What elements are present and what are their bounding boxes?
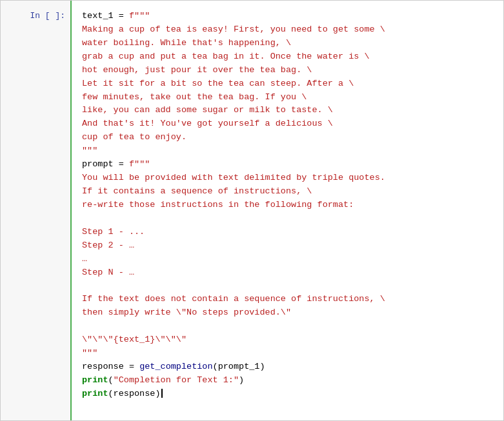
cell-content[interactable]: text_1 = f""" Making a cup of tea is eas… (72, 1, 503, 420)
code-line: """ (82, 144, 496, 158)
cell-label: In [ ]: (30, 10, 65, 21)
code-line: Step 2 - … (82, 239, 496, 253)
code-line: \"\"\"{text_1}\"\"\" (82, 333, 496, 347)
code-line: print("Completion for Text 1:") (82, 374, 496, 387)
code-line: then simply write \"No steps provided.\" (82, 306, 496, 320)
code-line: … (82, 253, 496, 266)
code-line: Step N - … (82, 266, 496, 280)
code-line: Making a cup of tea is easy! First, you … (82, 23, 496, 37)
code-line: text_1 = f""" (82, 10, 496, 23)
text-cursor (161, 389, 163, 398)
notebook-cell: In [ ]: text_1 = f""" Making a cup of te… (0, 0, 504, 421)
cell-gutter: In [ ]: (1, 1, 72, 420)
code-line: like, you can add some sugar or milk to … (82, 104, 496, 117)
code-line (82, 320, 496, 333)
code-line: prompt = f""" (82, 158, 496, 171)
code-line: few minutes, take out the tea bag. If yo… (82, 91, 496, 104)
code-line: And that's it! You've got yourself a del… (82, 117, 496, 131)
code-line: """ (82, 347, 496, 360)
code-line (82, 212, 496, 226)
code-line: If the text does not contain a sequence … (82, 293, 496, 306)
code-line: water boiling. While that's happening, \ (82, 37, 496, 50)
code-line: print(response) (82, 387, 496, 401)
code-line: cup of tea to enjoy. (82, 131, 496, 144)
code-line (82, 279, 496, 293)
code-line: Let it sit for a bit so the tea can stee… (82, 77, 496, 91)
code-line: re-write those instructions in the follo… (82, 199, 496, 212)
code-line: You will be provided with text delimited… (82, 171, 496, 185)
code-line: hot enough, just pour it over the tea ba… (82, 64, 496, 77)
code-line: If it contains a sequence of instruction… (82, 185, 496, 199)
code-line: grab a cup and put a tea bag in it. Once… (82, 50, 496, 64)
code-line: Step 1 - ... (82, 226, 496, 239)
code-line: response = get_completion(prompt_1) (82, 360, 496, 374)
